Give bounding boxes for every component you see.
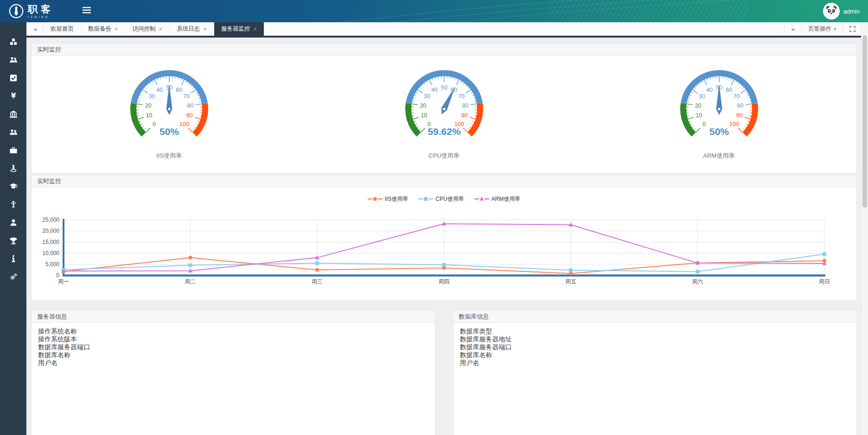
scrollbar-thumb[interactable] bbox=[862, 35, 867, 208]
gauge-caption: IIS使用率 bbox=[156, 152, 182, 160]
svg-text:20,000: 20,000 bbox=[42, 228, 59, 234]
svg-text:周四: 周四 bbox=[439, 278, 450, 285]
info-item: 操作系统版本 bbox=[38, 335, 428, 343]
chart-legend: IIS使用率CPU使用率ARM使用率 bbox=[32, 187, 856, 208]
svg-text:80: 80 bbox=[737, 102, 743, 109]
svg-text:0: 0 bbox=[56, 272, 59, 279]
svg-text:40: 40 bbox=[156, 87, 163, 93]
tab-close-icon[interactable]: × bbox=[159, 26, 163, 32]
info-item: 数据库名称 bbox=[460, 351, 850, 359]
graduation-cap-icon bbox=[9, 182, 18, 191]
tabs-scroll-right-icon[interactable]: ▸▸ bbox=[784, 22, 801, 36]
sidebar-item-cubes[interactable] bbox=[0, 32, 26, 51]
sidebar-item-street-view[interactable] bbox=[0, 159, 26, 177]
bank-icon bbox=[9, 110, 18, 118]
svg-text:周日: 周日 bbox=[819, 278, 830, 285]
svg-text:100: 100 bbox=[729, 121, 739, 128]
panel-title: 实时监控 bbox=[32, 44, 856, 56]
svg-text:5,000: 5,000 bbox=[45, 261, 59, 268]
fullscreen-icon[interactable] bbox=[842, 22, 862, 36]
legend-item-CPU使用率[interactable]: CPU使用率 bbox=[418, 195, 464, 203]
app-logo[interactable]: 职客 IZHIKE bbox=[8, 3, 54, 19]
sidebar-item-cogs[interactable] bbox=[0, 268, 26, 286]
cubes-icon bbox=[9, 38, 18, 46]
svg-text:0: 0 bbox=[702, 121, 706, 128]
sidebar-item-child[interactable] bbox=[0, 195, 26, 213]
sidebar-nav: ¥ bbox=[0, 22, 26, 435]
sidebar-item-cny[interactable]: ¥ bbox=[0, 87, 26, 105]
info-icon bbox=[9, 255, 18, 263]
svg-text:10: 10 bbox=[146, 112, 152, 119]
svg-text:25,000: 25,000 bbox=[42, 217, 59, 223]
legend-label: IIS使用率 bbox=[385, 195, 408, 203]
tab-系统日志[interactable]: 系统日志× bbox=[170, 22, 214, 36]
tab-close-icon[interactable]: × bbox=[253, 26, 257, 32]
gauge-dial: 010203040506070809010059.62% bbox=[391, 63, 498, 142]
svg-text:40: 40 bbox=[431, 87, 438, 93]
sidebar-item-graduation-cap[interactable] bbox=[0, 177, 26, 195]
sidebar-item-trophy[interactable] bbox=[0, 231, 26, 249]
tab-访问控制[interactable]: 访问控制× bbox=[126, 22, 170, 36]
user-menu[interactable]: admin bbox=[823, 3, 860, 19]
panel-title: 数据库信息 bbox=[453, 311, 857, 323]
tab-close-icon[interactable]: × bbox=[203, 26, 207, 32]
sidebar-item-user-group[interactable] bbox=[0, 123, 26, 141]
svg-text:0: 0 bbox=[153, 121, 156, 128]
legend-item-IIS使用率[interactable]: IIS使用率 bbox=[368, 195, 408, 203]
gauge-value: 50% bbox=[709, 126, 728, 137]
vertical-scrollbar[interactable] bbox=[861, 22, 868, 435]
sidebar-item-bank[interactable] bbox=[0, 105, 26, 123]
svg-text:90: 90 bbox=[186, 112, 192, 119]
server-info-panel: 服务器信息 操作系统名称操作系统版本数据库服务器端口数据库名称用户名 bbox=[31, 310, 435, 435]
svg-text:30: 30 bbox=[423, 93, 430, 100]
tab-close-icon[interactable]: × bbox=[115, 26, 118, 32]
gauge-IIS使用率: 010203040506070809010050%IIS使用率 bbox=[32, 63, 306, 173]
legend-item-ARM使用率[interactable]: ARM使用率 bbox=[474, 195, 521, 203]
svg-text:周一: 周一 bbox=[58, 278, 69, 285]
sidebar-item-info[interactable] bbox=[0, 249, 26, 268]
info-item: 操作系统名称 bbox=[38, 327, 428, 335]
svg-text:30: 30 bbox=[148, 93, 155, 100]
user-group-icon bbox=[9, 128, 18, 136]
users-icon bbox=[9, 56, 18, 64]
gauge-ARM使用率: 010203040506070809010050%ARM使用率 bbox=[581, 63, 856, 173]
info-item: 数据库名称 bbox=[38, 351, 428, 359]
cogs-icon bbox=[9, 273, 18, 281]
tab-服务器监控[interactable]: 服务器监控× bbox=[214, 22, 264, 36]
tab-数据备份[interactable]: 数据备份× bbox=[81, 22, 126, 36]
sidebar-item-users[interactable] bbox=[0, 51, 26, 69]
sidebar-item-user[interactable] bbox=[0, 213, 26, 231]
info-item: 用户名 bbox=[38, 359, 428, 367]
tabbar-spacer bbox=[264, 22, 784, 36]
tabs-scroll-left-icon[interactable]: ◂◂ bbox=[26, 22, 44, 36]
svg-text:15,000: 15,000 bbox=[42, 239, 59, 245]
legend-label: ARM使用率 bbox=[491, 195, 521, 203]
child-icon bbox=[9, 200, 18, 209]
legend-marker-icon bbox=[418, 196, 433, 202]
sidebar-item-check-square[interactable] bbox=[0, 69, 26, 87]
info-item: 数据库类型 bbox=[460, 327, 850, 335]
svg-text:60: 60 bbox=[725, 87, 732, 93]
svg-text:周五: 周五 bbox=[565, 278, 576, 285]
tab-欢迎首页[interactable]: 欢迎首页 bbox=[44, 22, 81, 36]
svg-text:90: 90 bbox=[461, 112, 467, 119]
panel-title: 服务器信息 bbox=[32, 311, 435, 323]
tab-operations-dropdown[interactable]: 页签操作 ▾ bbox=[801, 22, 842, 36]
svg-text:10: 10 bbox=[421, 112, 427, 119]
gauges-container: 010203040506070809010050%IIS使用率010203040… bbox=[32, 56, 856, 173]
svg-text:10: 10 bbox=[696, 112, 702, 119]
hamburger-menu-icon[interactable] bbox=[83, 7, 91, 15]
realtime-chart-panel: 实时监控 IIS使用率CPU使用率ARM使用率 05,00010,00015,0… bbox=[31, 175, 857, 301]
panel-title: 实时监控 bbox=[32, 175, 856, 187]
briefcase-icon bbox=[9, 146, 18, 154]
svg-text:60: 60 bbox=[175, 87, 182, 93]
user-avatar bbox=[823, 3, 840, 19]
tab-label: 访问控制 bbox=[133, 25, 156, 33]
user-icon bbox=[9, 218, 18, 227]
page-content: 实时监控 010203040506070809010050%IIS使用率0102… bbox=[26, 38, 862, 435]
sidebar-item-briefcase[interactable] bbox=[0, 141, 26, 159]
svg-text:20: 20 bbox=[695, 102, 701, 109]
logo-tie-icon bbox=[8, 3, 24, 19]
legend-marker-icon bbox=[368, 196, 383, 202]
gauge-value: 50% bbox=[159, 126, 179, 137]
